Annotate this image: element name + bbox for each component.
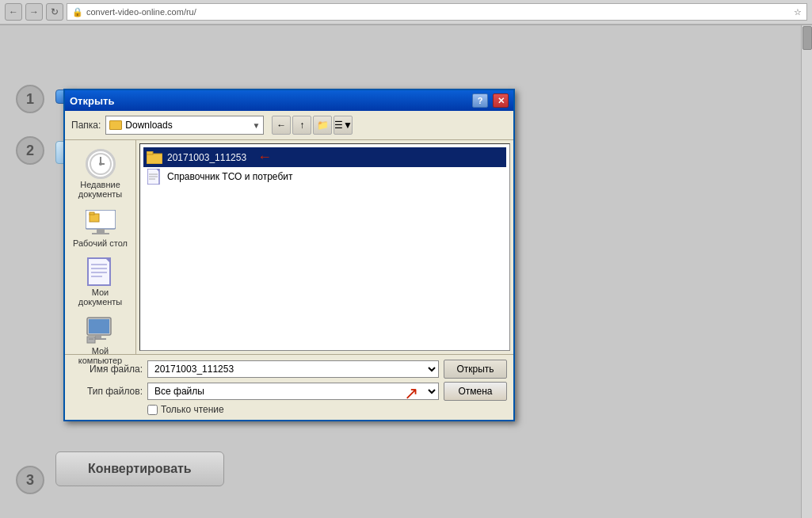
filename-row: Имя файла: 20171003_111253 Открыть: [71, 360, 507, 379]
desktop-label: Рабочий стол: [73, 238, 128, 248]
cancel-button[interactable]: Отмена: [444, 382, 507, 401]
dropdown-arrow-icon: ▼: [252, 121, 260, 130]
svg-rect-9: [90, 212, 94, 215]
dialog-close-button[interactable]: ✕: [493, 93, 509, 108]
browser-chrome: ← → ↻ 🔒 convert-video-online.com/ru/ ☆: [0, 0, 812, 25]
svg-rect-18: [95, 335, 101, 338]
doc-file-icon-2: [147, 169, 162, 185]
filetype-row: Тип файлов: Все файлы Отмена: [71, 382, 507, 401]
page-content: 1 🔗 URL 2 apple Android еще ▲▼ 3 Конверт…: [0, 25, 812, 518]
dialog-titlebar: Открыть ? ✕: [65, 90, 513, 111]
dialog-sidebar: Недавние документы: [65, 140, 136, 354]
dialog-bottom: Имя файла: 20171003_111253 Открыть Тип ф…: [65, 354, 513, 420]
page-scrollbar[interactable]: [801, 25, 812, 518]
svg-rect-22: [147, 154, 162, 164]
readonly-row: Только чтение: [147, 404, 507, 415]
dialog-help-button[interactable]: ?: [472, 93, 488, 108]
recent-docs-icon: [85, 150, 116, 178]
folder-label: Папка:: [71, 120, 101, 131]
step3-number: 3: [16, 466, 44, 494]
sidebar-my-docs[interactable]: Мои документы: [69, 254, 132, 310]
my-computer-label: Мой компьютер: [72, 346, 129, 365]
svg-rect-10: [88, 258, 110, 285]
desktop-icon: [85, 208, 116, 237]
sidebar-desktop[interactable]: Рабочий стол: [69, 205, 132, 251]
nav-back-button[interactable]: ←: [272, 116, 291, 135]
open-button-arrow: ↗: [404, 383, 418, 404]
scrollbar-thumb[interactable]: [802, 26, 812, 50]
bookmark-icon[interactable]: ☆: [794, 7, 802, 17]
file-name-2: Справочник ТСО и потребит: [167, 171, 292, 182]
refresh-button[interactable]: ↻: [46, 3, 63, 21]
sidebar-recent-docs[interactable]: Недавние документы: [69, 147, 132, 202]
folder-file-icon-1: [147, 150, 162, 166]
nav-folder-button[interactable]: 📁: [313, 116, 332, 135]
filename-label: Имя файла:: [71, 364, 143, 375]
browser-toolbar: ← → ↻ 🔒 convert-video-online.com/ru/ ☆: [0, 0, 812, 25]
folder-dropdown[interactable]: Downloads ▼: [105, 116, 264, 135]
svg-rect-6: [97, 229, 105, 233]
file-item-1[interactable]: 20171003_111253 ←: [143, 147, 506, 167]
folder-name: Downloads: [125, 120, 172, 131]
nav-up-button[interactable]: ↑: [292, 116, 311, 135]
filetype-label: Тип файлов:: [71, 386, 143, 397]
step1-number: 1: [16, 85, 44, 113]
forward-button[interactable]: →: [25, 3, 43, 21]
step2-number: 2: [16, 136, 44, 165]
my-computer-icon: [85, 316, 116, 345]
clock-icon: [86, 149, 116, 179]
file-item-2[interactable]: Справочник ТСО и потребит: [143, 167, 506, 186]
svg-rect-7: [92, 233, 109, 234]
open-button[interactable]: Открыть: [444, 360, 507, 379]
view-options-button[interactable]: ☰▼: [334, 116, 353, 135]
file-name-1: 20171003_111253: [167, 152, 246, 163]
svg-rect-21: [89, 338, 93, 340]
svg-rect-17: [89, 319, 109, 333]
readonly-label: Только чтение: [161, 404, 224, 415]
sidebar-my-computer[interactable]: Мой компьютер: [69, 313, 132, 368]
svg-rect-23: [147, 151, 153, 154]
address-bar[interactable]: 🔒 convert-video-online.com/ru/ ☆: [67, 3, 807, 21]
readonly-checkbox[interactable]: [147, 405, 158, 415]
arrow-indicator: ←: [257, 149, 272, 166]
filetype-select[interactable]: Все файлы: [147, 383, 439, 400]
folder-icon: [109, 120, 122, 130]
files-area[interactable]: 20171003_111253 ← Справочник: [139, 143, 510, 351]
convert-button[interactable]: Конвертировать: [55, 451, 224, 486]
svg-point-3: [99, 162, 102, 166]
dialog-title: Открыть: [70, 95, 467, 107]
open-file-dialog: Открыть ? ✕ Папка: Downloads ▼ ← ↑ 📁 ☰▼: [63, 89, 515, 421]
address-url: convert-video-online.com/ru/: [86, 7, 196, 17]
my-docs-label: Мои документы: [72, 288, 129, 307]
filename-input[interactable]: 20171003_111253: [147, 360, 439, 378]
address-lock-icon: 🔒: [72, 7, 83, 17]
my-docs-icon: [85, 257, 116, 286]
recent-docs-label: Недавние документы: [72, 180, 129, 199]
back-button[interactable]: ←: [5, 3, 22, 21]
dialog-body: Недавние документы: [65, 140, 513, 354]
dialog-toolbar-actions: ← ↑ 📁 ☰▼: [272, 116, 353, 135]
dialog-toolbar: Папка: Downloads ▼ ← ↑ 📁 ☰▼: [65, 111, 513, 140]
